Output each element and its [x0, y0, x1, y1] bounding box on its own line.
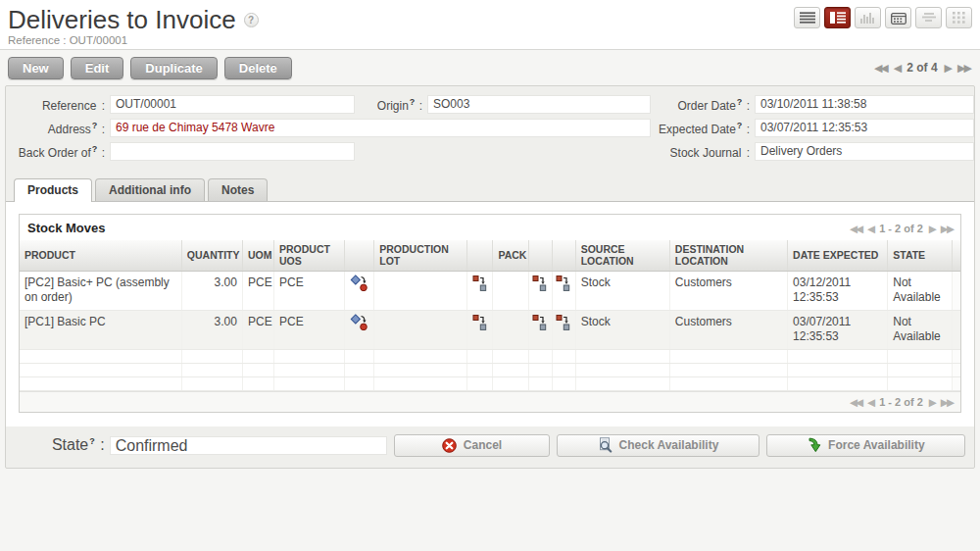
list-previous-page-icon[interactable]: ◀ [867, 396, 873, 408]
column-product-uos[interactable]: PRODUCT UOS [274, 240, 345, 271]
origin-field[interactable]: SO003 [427, 95, 651, 114]
page-title: Deliveries to Invoice [8, 6, 236, 33]
split-production-lot-icon[interactable] [350, 275, 369, 292]
list-next-page-icon[interactable]: ▶ [929, 223, 935, 234]
column-production-lot[interactable]: PRODUCTION LOT [374, 240, 467, 271]
list-last-page-icon[interactable]: ▶▶ [941, 396, 953, 408]
put-in-pack-icon[interactable] [532, 275, 548, 292]
page-header: Deliveries to Invoice ? Reference : OUT/… [0, 0, 980, 50]
cell-destination-location[interactable]: Customers [669, 271, 787, 310]
stock-journal-field[interactable]: Delivery Orders [755, 142, 974, 161]
column-state[interactable]: STATE [888, 240, 953, 271]
column-icon-spacer-2 [552, 240, 575, 271]
list-next-page-icon[interactable]: ▶ [929, 396, 935, 408]
back-order-field[interactable] [110, 142, 355, 161]
address-help-icon: ? [92, 121, 98, 130]
table-row[interactable]: [PC1] Basic PC 3.00 PCE PCE [20, 310, 960, 349]
title-help-icon[interactable]: ? [244, 13, 259, 27]
column-pack[interactable]: PACK [493, 240, 528, 271]
column-product[interactable]: PRODUCT [20, 240, 181, 271]
column-source-location[interactable]: SOURCE LOCATION [575, 240, 669, 271]
expected-date-field[interactable]: 03/07/2011 12:35:53 [755, 119, 974, 137]
force-availability-icon [807, 437, 821, 453]
column-date-expected[interactable]: DATE EXPECTED [788, 240, 888, 271]
cell-product[interactable]: [PC1] Basic PC [20, 310, 181, 349]
cell-pack[interactable] [493, 271, 528, 310]
expected-date-help-icon: ? [737, 121, 743, 130]
list-first-page-icon[interactable]: ◀◀ [850, 223, 861, 234]
cell-quantity[interactable]: 3.00 [181, 271, 242, 310]
cell-product-uos[interactable]: PCE [274, 310, 345, 349]
tab-additional-info[interactable]: Additional info [95, 178, 205, 201]
list-view-icon [800, 12, 815, 24]
cancel-icon [442, 438, 457, 453]
table-row[interactable]: [PC2] Basic+ PC (assembly on order) 3.00… [20, 271, 960, 310]
table-scrollbar-gutter [953, 310, 960, 349]
list-view-button[interactable] [794, 7, 820, 28]
tab-notes[interactable]: Notes [208, 178, 268, 201]
new-button[interactable]: New [8, 57, 64, 79]
cell-destination-location[interactable]: Customers [669, 310, 787, 349]
stock-moves-table: PRODUCT QUANTITY UOM PRODUCT UOS PRODUCT… [20, 240, 960, 391]
stock-moves-pager-bottom: ◀◀ ◀ 1 - 2 of 2 ▶ ▶▶ [20, 391, 960, 412]
stock-moves-pager-top: ◀◀ ◀ 1 - 2 of 2 ▶ ▶▶ [850, 223, 953, 234]
cell-state[interactable]: Not Available [888, 271, 953, 310]
cell-production-lot[interactable] [374, 310, 467, 349]
next-record-icon[interactable]: ▶ [945, 62, 951, 75]
cell-state[interactable]: Not Available [888, 310, 953, 349]
origin-help-icon: ? [410, 97, 416, 107]
form-view-button[interactable] [824, 7, 851, 28]
form-fields: Reference : OUT/00001 Origin? : SO003 Or… [6, 86, 974, 171]
cell-date-expected[interactable]: 03/12/2011 12:35:53 [788, 271, 888, 310]
list-first-page-icon[interactable]: ◀◀ [850, 396, 861, 408]
split-production-lot-icon[interactable] [350, 314, 369, 331]
list-last-page-icon[interactable]: ▶▶ [941, 223, 953, 234]
put-in-pack-icon[interactable] [556, 314, 571, 331]
edit-button[interactable]: Edit [71, 57, 124, 79]
cell-product-uos[interactable]: PCE [274, 271, 345, 310]
put-in-pack-icon[interactable] [472, 275, 488, 292]
gantt-view-button[interactable] [915, 7, 942, 28]
cell-uom[interactable]: PCE [242, 271, 273, 310]
breadcrumb-reference: Reference : OUT/00001 [8, 34, 972, 46]
previous-record-icon[interactable]: ◀ [894, 62, 900, 75]
cell-product[interactable]: [PC2] Basic+ PC (assembly on order) [20, 271, 181, 310]
cell-source-location[interactable]: Stock [575, 271, 669, 310]
graph-view-icon [860, 12, 876, 24]
graph-view-button[interactable] [855, 7, 881, 28]
order-date-label: Order Date? : [651, 97, 755, 113]
column-quantity[interactable]: QUANTITY [181, 240, 242, 271]
cell-date-expected[interactable]: 03/07/2011 12:35:53 [788, 310, 888, 349]
empty-table-row [20, 376, 960, 390]
cancel-button[interactable]: Cancel [394, 434, 551, 457]
last-record-icon[interactable]: ▶▶ [957, 62, 970, 75]
address-field-link[interactable]: 69 rue de Chimay 5478 Wavre [110, 119, 651, 137]
put-in-pack-icon[interactable] [472, 314, 488, 331]
list-previous-page-icon[interactable]: ◀ [867, 223, 873, 234]
notebook-tabs: Products Additional info Notes [6, 171, 974, 201]
cell-quantity[interactable]: 3.00 [181, 310, 242, 349]
duplicate-button[interactable]: Duplicate [130, 57, 218, 79]
reference-field[interactable]: OUT/00001 [110, 95, 355, 114]
tab-products[interactable]: Products [14, 178, 92, 202]
state-label: State? : [6, 436, 110, 454]
state-field[interactable]: Confirmed [110, 436, 387, 455]
check-availability-button[interactable]: Check Availability [557, 434, 759, 457]
delete-button[interactable]: Delete [224, 57, 292, 79]
put-in-pack-icon[interactable] [532, 314, 548, 331]
put-in-pack-icon[interactable] [556, 275, 571, 292]
cell-production-lot[interactable] [374, 271, 467, 310]
calendar-view-button[interactable] [885, 7, 911, 28]
reference-label: Reference : [6, 97, 110, 113]
kanban-view-icon [953, 12, 965, 24]
column-destination-location[interactable]: DESTINATION LOCATION [669, 240, 787, 271]
cell-uom[interactable]: PCE [242, 310, 273, 349]
column-uom[interactable]: UOM [242, 240, 273, 271]
order-date-field[interactable]: 03/10/2011 11:38:58 [755, 95, 974, 114]
table-scrollbar-gutter [953, 240, 960, 271]
cell-pack[interactable] [493, 310, 528, 349]
first-record-icon[interactable]: ◀◀ [874, 62, 887, 75]
force-availability-button[interactable]: Force Availability [766, 434, 965, 457]
cell-source-location[interactable]: Stock [575, 310, 669, 349]
kanban-view-button[interactable] [946, 7, 972, 28]
